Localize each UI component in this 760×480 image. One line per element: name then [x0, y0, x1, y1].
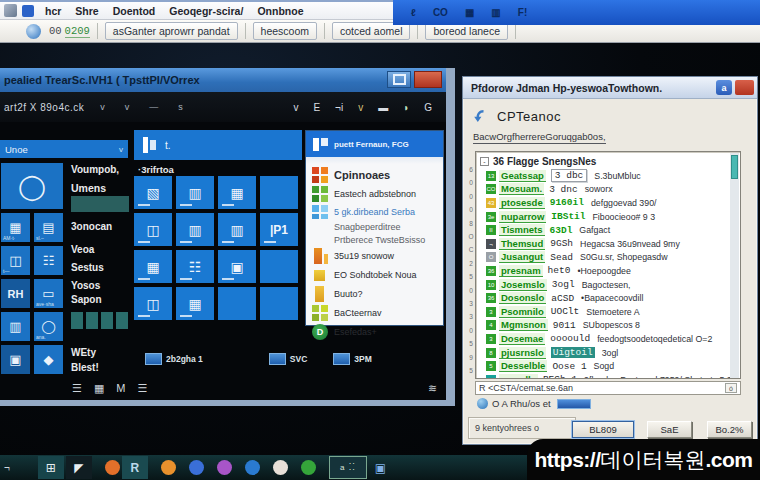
app-tile[interactable]: [260, 250, 298, 283]
program-row[interactable]: CO Mosuam. 3 dnc soworx: [480, 183, 739, 197]
toolbar-button[interactable]: heescoom: [253, 22, 317, 40]
sidebar-tile[interactable]: ▭ ave·sha: [34, 279, 63, 308]
panel-menu-item[interactable]: 5 gk.dirbeand Serba: [312, 205, 437, 219]
shortcut-item[interactable]: 3PM: [333, 353, 371, 365]
program-row[interactable]: 36 Dosonslo aCSD •Bapacecoovdill: [480, 291, 739, 305]
option-value-chip[interactable]: [557, 399, 591, 409]
bottom-bar-icon[interactable]: ☰: [72, 382, 82, 395]
app-tile[interactable]: [218, 287, 256, 320]
taskbar-app-icon[interactable]: ⊞: [38, 456, 64, 479]
address-text[interactable]: 000209: [49, 25, 90, 37]
taskbar-app-icon[interactable]: [189, 460, 204, 475]
program-row[interactable]: 4 Mgmsnon 9011 SUbopescos 8: [480, 319, 739, 333]
maximize-button[interactable]: [387, 71, 411, 88]
tree-root-row[interactable]: - 36 Flagge SnengsNes: [480, 154, 739, 169]
toolbar-right-icon[interactable]: ▬: [378, 102, 388, 113]
sidebar-header[interactable]: Unoe v: [0, 140, 128, 158]
program-row[interactable]: ¬ Themsud 9GSh Hegacsa 36u9nvead 9my: [480, 237, 739, 251]
app-tile[interactable]: ☷: [176, 250, 214, 283]
dialog-titlebar[interactable]: Pfdorow Jdman Hp-yeswoaTowthown. a: [463, 77, 757, 99]
taskbar-app-icon[interactable]: [301, 460, 316, 475]
app-tile[interactable]: ◫: [134, 287, 172, 320]
bottom-bar-icon[interactable]: ▦: [94, 382, 104, 395]
app-tile[interactable]: ▥: [176, 176, 214, 209]
panel-menu-item[interactable]: Buuto?: [312, 286, 437, 302]
taskbar-app-icon[interactable]: [161, 460, 176, 475]
taskbar-app-icon[interactable]: [217, 460, 232, 475]
panel-menu-item[interactable]: Esefedas+: [312, 324, 437, 340]
taskbar-app-icon[interactable]: ¬: [4, 462, 10, 473]
close-button[interactable]: [414, 71, 442, 88]
dialog-option-row[interactable]: O A Rhu/os et: [477, 398, 591, 409]
app-tile[interactable]: ▧: [134, 176, 172, 209]
apps-banner-tile[interactable]: t.: [134, 130, 302, 160]
sidebar-tile[interactable]: ◯ ana.: [34, 312, 63, 341]
panel-menu-item[interactable]: Prtberece TwsteBsisso: [312, 235, 437, 245]
scrollbar-thumb[interactable]: [731, 155, 738, 179]
taskbar-app-icon[interactable]: [273, 460, 288, 475]
program-row[interactable]: 3 Dosemae oooould feedogtsoodetoqedetica…: [480, 332, 739, 346]
shortcut-item[interactable]: 2b2gha 1: [145, 353, 203, 365]
sidebar-tile[interactable]: ▦ AM·t·: [1, 213, 30, 242]
left-window-titlebar[interactable]: pealied TrearSc.IVH1 ( TpsttPI/VOrrex: [0, 68, 446, 92]
panel-menu-item[interactable]: 35u19 snowow: [312, 248, 437, 264]
toolbar-button[interactable]: asGanter aprowrr pandat: [105, 22, 238, 40]
app-tile[interactable]: ▦: [176, 287, 214, 320]
sidebar-tile[interactable]: ☷: [34, 246, 63, 275]
toolbar-right-icon[interactable]: E: [313, 102, 320, 113]
taskbar-app-icon[interactable]: ◤: [66, 456, 92, 479]
menu-item[interactable]: Onnbnoe: [257, 5, 303, 17]
back-arrow-icon[interactable]: [473, 108, 489, 124]
sidebar-tile[interactable]: ▤ sl.–: [34, 213, 63, 242]
taskbar-tray-icon[interactable]: CO: [433, 7, 448, 18]
save-button[interactable]: SaE: [647, 421, 692, 438]
toolbar-mark-icon[interactable]: s: [178, 102, 183, 112]
program-row[interactable]: 5 Desselble Oose 1 Sogd: [480, 359, 739, 373]
panel-menu-item[interactable]: Snagbeperditree: [312, 222, 437, 232]
sidebar-tile[interactable]: RH: [1, 279, 30, 308]
menu-column-item[interactable]: Sapon: [71, 293, 133, 307]
panel-menu-item[interactable]: Cpinnoaes: [312, 167, 437, 183]
program-row[interactable]: 10 eseadls BESh 1 9flooden Puxteoed 7959…: [480, 373, 739, 379]
taskbar-app-icon[interactable]: [245, 460, 260, 475]
toolbar-right-icon[interactable]: G: [424, 102, 432, 113]
app-tile[interactable]: ▥: [218, 213, 256, 246]
app-tile[interactable]: [260, 287, 298, 320]
menu-column-item[interactable]: Yosos: [71, 279, 133, 293]
taskbar-tray-icon[interactable]: F!: [518, 7, 527, 18]
panel-menu-item[interactable]: Eastech adbstebnon: [312, 186, 437, 202]
menu-item[interactable]: Doentod: [113, 5, 156, 17]
dialog-close-button[interactable]: [735, 80, 754, 95]
toolbar-right-icon[interactable]: ◗: [403, 102, 409, 113]
program-row[interactable]: II Tismnets 63Dl Gafgact: [480, 223, 739, 237]
footer-spin-box[interactable]: ó: [725, 383, 737, 393]
ok-button[interactable]: BL809: [572, 421, 634, 438]
program-row[interactable]: O Jusangut Sead S0Gu.sr, Shopegasdw: [480, 251, 739, 265]
menu-selected-label[interactable]: Umens: [71, 182, 133, 194]
program-row[interactable]: 43 ptosesde 9160il defggoevad 390/: [480, 196, 739, 210]
sidebar-tile[interactable]: ◫ t—: [1, 246, 30, 275]
app-tile[interactable]: ▦: [218, 176, 256, 209]
menu-column-item[interactable]: Blest!: [71, 360, 133, 375]
menu-column-item[interactable]: Sestus: [71, 261, 133, 275]
app-tile[interactable]: ▦: [134, 250, 172, 283]
taskbar-app-icon[interactable]: a ⁚⁚: [329, 456, 367, 479]
dialog-sublabel[interactable]: BacwOrgfherrereGoruqgab0os,: [473, 131, 606, 144]
panel-menu-item[interactable]: EO Sohdtobek Noua: [312, 267, 437, 283]
menu-column-item[interactable]: Veoa: [71, 243, 133, 257]
taskbar-app-icon[interactable]: ▣: [375, 461, 386, 475]
toolbar-mark-icon[interactable]: v: [125, 102, 130, 112]
taskbar-app-icon[interactable]: [105, 460, 120, 475]
toolbar-right-icon[interactable]: ¬i: [335, 102, 343, 113]
toolbar-mark-icon[interactable]: v: [100, 102, 105, 112]
taskbar-tray-icon[interactable]: ℓ: [411, 7, 416, 18]
app-tile[interactable]: [260, 176, 298, 209]
app-tile[interactable]: ◫: [134, 213, 172, 246]
tree-expander-icon[interactable]: -: [480, 157, 489, 166]
app-tile[interactable]: ▣: [218, 250, 256, 283]
menu-item[interactable]: Shre: [75, 5, 98, 17]
menu-tile-strip[interactable]: [71, 312, 133, 329]
panel-menu-item[interactable]: BaCteernav: [312, 305, 437, 321]
taskbar-app-icon[interactable]: R: [122, 456, 148, 479]
listbox-scrollbar[interactable]: [730, 153, 739, 379]
